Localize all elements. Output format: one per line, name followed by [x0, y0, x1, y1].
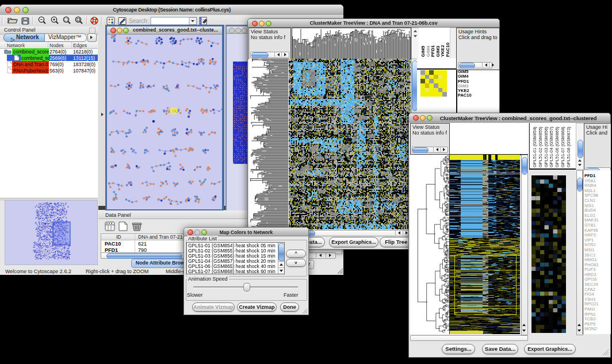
svg-text:Search:: Search: [129, 18, 148, 24]
